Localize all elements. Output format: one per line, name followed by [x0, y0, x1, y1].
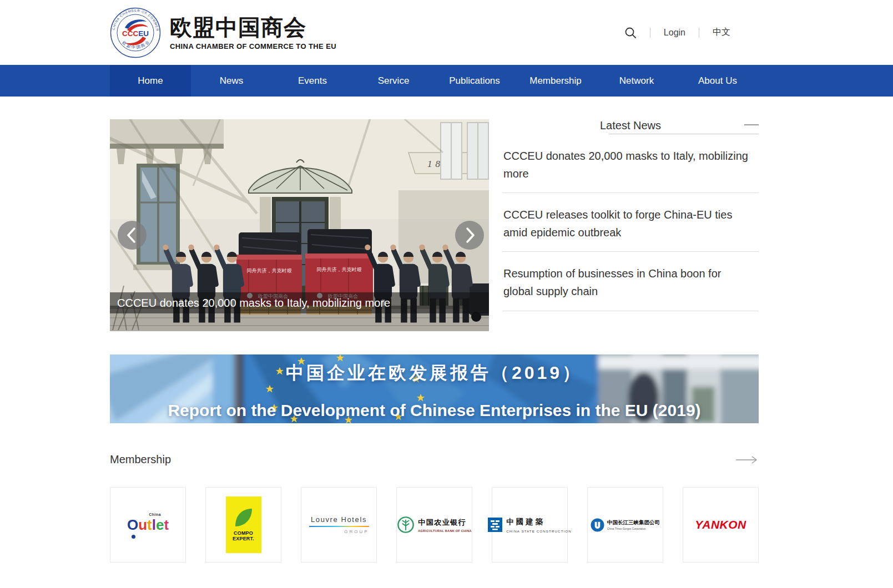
latest-news-title: Latest News — [502, 119, 759, 132]
membership-title: Membership — [110, 453, 171, 466]
outlet-dot — [132, 535, 135, 539]
pallet-banner-text: 同舟共济，共克时艰 — [317, 267, 362, 272]
language-switch-link[interactable]: 中文 — [699, 27, 744, 38]
membership-section-header: Membership — [110, 453, 759, 466]
login-link[interactable]: Login — [650, 28, 699, 38]
membership-logo-row: Outlet China COMPO EXPERT. Louvre Hotels… — [110, 487, 759, 562]
logo-letter: t — [164, 516, 169, 533]
arrow-right-icon — [735, 455, 759, 464]
member-card-compo-expert[interactable]: COMPO EXPERT. — [205, 487, 281, 562]
search-icon — [624, 27, 637, 39]
svg-text:CCCEU: CCCEU — [122, 29, 149, 38]
nav-item-publications[interactable]: Publications — [434, 65, 515, 97]
carousel-next-button[interactable] — [455, 221, 484, 250]
louvre-group-label: GROUP — [309, 529, 369, 534]
banner-title-en: Report on the Development of Chinese Ent… — [110, 401, 759, 420]
louvre-hotels-logo: Louvre Hotels GROUP — [309, 515, 369, 534]
search-button[interactable] — [611, 27, 650, 39]
report-banner[interactable]: 中国企业在欧发展报告（2019） Report on the Developme… — [110, 354, 759, 423]
member-card-yankon[interactable]: YANKON — [683, 487, 759, 562]
latest-news-more-dash[interactable] — [744, 124, 759, 125]
logo-letter: e — [156, 516, 164, 533]
louvre-gradient-line — [309, 526, 369, 527]
nav-item-service[interactable]: Service — [353, 65, 434, 97]
latest-news-panel: Latest News CCCEU donates 20,000 masks t… — [502, 119, 759, 331]
member-card-abc-bank[interactable]: 中国农业银行 AGRICULTURAL BANK OF CHINA — [396, 487, 472, 562]
logo-letter: l — [152, 516, 156, 533]
abc-name-en: AGRICULTURAL BANK OF CHINA — [418, 529, 472, 533]
outlet-superscript: China — [149, 513, 161, 516]
main-nav: Home News Events Service Publications Me… — [0, 65, 893, 97]
nav-item-network[interactable]: Network — [596, 65, 677, 97]
logo-letter: O — [127, 516, 138, 533]
compo-expert-logo: COMPO EXPERT. — [226, 496, 261, 553]
ctg-logo: 中国长江三峡集团公司 China Three Gorges Corporatio… — [591, 518, 660, 532]
banner-title-zh: 中国企业在欧发展报告（2019） — [110, 361, 759, 386]
chevron-left-icon — [118, 221, 147, 250]
site-logo[interactable]: CHINA CHAMBER OF COMMERCE TO THE EU 欧盟中国… — [110, 7, 336, 58]
ctg-name-en: China Three Gorges Corporation — [607, 528, 660, 530]
site-header: CHINA CHAMBER OF COMMERCE TO THE EU 欧盟中国… — [110, 0, 759, 65]
latest-news-header: Latest News — [502, 119, 759, 134]
nav-item-events[interactable]: Events — [272, 65, 353, 97]
seal-monogram-eu: EU — [138, 29, 149, 38]
site-title-en: CHINA CHAMBER OF COMMERCE TO THE EU — [170, 42, 336, 50]
nav-item-membership[interactable]: Membership — [515, 65, 596, 97]
yankon-logo: YANKON — [695, 518, 746, 531]
header-utility-links: Login 中文 — [611, 27, 759, 39]
csc-logo: 中國建築 CHINA STATE CONSTRUCTION — [488, 517, 572, 533]
news-item[interactable]: Resumption of businesses in China boon f… — [502, 252, 759, 311]
csc-emblem-marks — [488, 518, 502, 532]
abc-bank-logo: 中国农业银行 AGRICULTURAL BANK OF CHINA — [397, 516, 472, 534]
csc-emblem — [488, 518, 502, 532]
compo-line2: EXPERT. — [233, 536, 254, 542]
member-card-louvre-hotels[interactable]: Louvre Hotels GROUP — [301, 487, 377, 562]
pallet-banner-text: 同舟共济，共克时艰 — [247, 268, 292, 273]
nav-item-about-us[interactable]: About Us — [677, 65, 758, 97]
member-card-china-state-construction[interactable]: 中國建築 CHINA STATE CONSTRUCTION — [492, 487, 568, 562]
ctg-emblem-icon — [591, 518, 604, 532]
ctg-name-zh: 中国长江三峡集团公司 — [607, 519, 660, 526]
carousel-caption[interactable]: CCCEU donates 20,000 masks to Italy, mob… — [110, 292, 489, 313]
hero-carousel[interactable]: 1890 — [110, 119, 489, 331]
chevron-right-icon — [455, 221, 484, 250]
nav-item-news[interactable]: News — [191, 65, 272, 97]
louvre-name: Louvre Hotels — [311, 515, 367, 524]
csc-name-en: CHINA STATE CONSTRUCTION — [506, 529, 572, 533]
nav-item-home[interactable]: Home — [110, 65, 191, 97]
csc-name-zh: 中國建築 — [506, 517, 572, 527]
abc-name-zh: 中国农业银行 — [418, 518, 472, 528]
latest-news-divider — [609, 134, 759, 134]
site-title-zh: 欧盟中国商会 — [170, 15, 336, 39]
ccceu-seal-icon: CHINA CHAMBER OF COMMERCE TO THE EU 欧盟中国… — [110, 7, 161, 58]
main-content: 1890 — [110, 119, 759, 331]
outlet-china-logo: Outlet China — [127, 516, 169, 534]
membership-more-arrow[interactable] — [735, 455, 759, 464]
logo-letter: t — [147, 516, 152, 533]
news-item[interactable]: CCCEU releases toolkit to forge China-EU… — [502, 193, 759, 252]
seal-monogram-ccc: CCC — [122, 29, 138, 38]
member-card-outlet-china[interactable]: Outlet China — [110, 487, 186, 562]
news-item[interactable]: CCCEU donates 20,000 masks to Italy, mob… — [502, 134, 759, 193]
logo-letter: u — [138, 516, 147, 533]
member-card-china-three-gorges[interactable]: 中国长江三峡集团公司 China Three Gorges Corporatio… — [587, 487, 663, 562]
wheat-emblem-icon — [397, 516, 415, 534]
leaf-icon — [234, 508, 253, 528]
carousel-prev-button[interactable] — [118, 221, 147, 250]
